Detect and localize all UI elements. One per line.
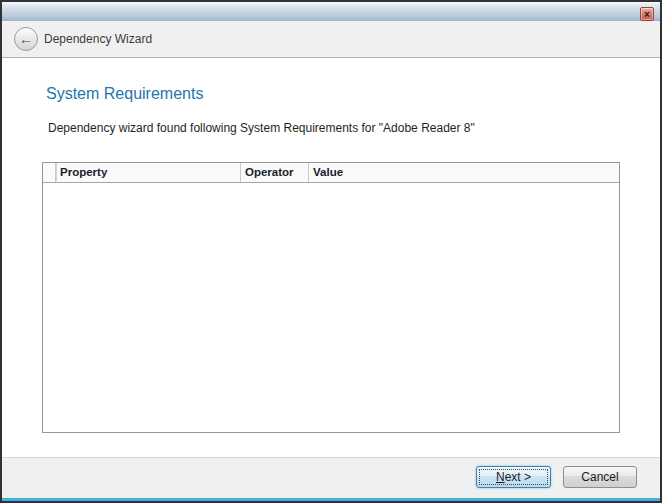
next-button-mnemonic: N	[496, 470, 505, 484]
cancel-button[interactable]: Cancel	[563, 466, 637, 488]
wizard-page-content: System Requirements Dependency wizard fo…	[2, 59, 660, 457]
wizard-nav-header: ← Dependency Wizard	[2, 21, 660, 58]
column-header-property[interactable]: Property	[56, 163, 241, 182]
wizard-footer: Next > Cancel	[2, 457, 660, 501]
close-button[interactable]: ×	[640, 7, 654, 21]
footer-accent-stripe	[2, 498, 660, 501]
table-header-row: Property Operator Value	[43, 163, 619, 183]
page-description: Dependency wizard found following System…	[48, 121, 475, 135]
next-button-label: ext >	[505, 470, 531, 484]
close-icon: ×	[644, 9, 650, 20]
dependency-wizard-window: × ← Dependency Wizard System Requirement…	[0, 0, 662, 503]
column-header-value[interactable]: Value	[309, 163, 619, 182]
wizard-title: Dependency Wizard	[44, 21, 152, 57]
back-button[interactable]: ←	[14, 27, 38, 51]
next-button[interactable]: Next >	[476, 466, 551, 488]
requirements-table: Property Operator Value	[42, 162, 620, 433]
titlebar: ×	[2, 2, 660, 21]
column-header-rowselector	[43, 163, 56, 182]
back-arrow-icon: ←	[19, 31, 33, 47]
column-header-operator[interactable]: Operator	[241, 163, 309, 182]
page-title: System Requirements	[46, 85, 203, 103]
table-body	[43, 183, 619, 432]
